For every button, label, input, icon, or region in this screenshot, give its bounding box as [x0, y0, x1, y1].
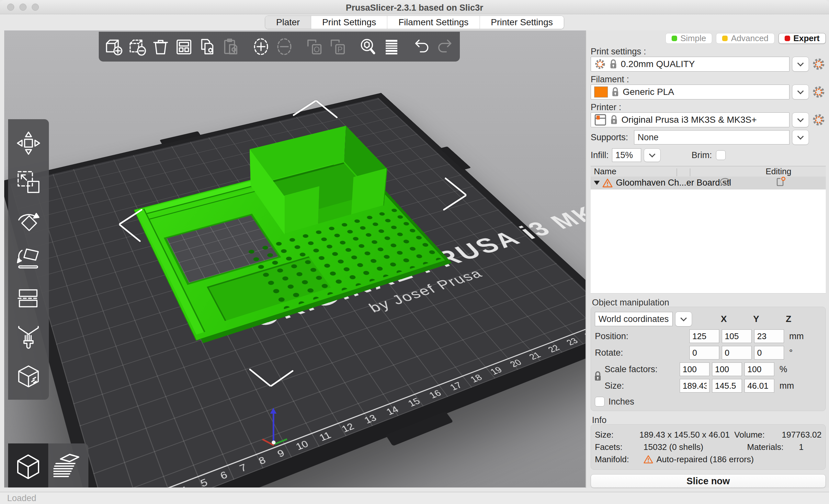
info-materials-value: 1 [799, 442, 822, 452]
printer-gear-button[interactable] [812, 112, 826, 127]
filament-color-swatch [594, 86, 608, 98]
tab-bar: Plater Print Settings Filament Settings … [0, 14, 829, 30]
printer-dropdown-button[interactable] [792, 112, 809, 127]
infill-dropdown-button[interactable] [644, 148, 661, 162]
supports-dropdown-button[interactable] [792, 130, 809, 145]
collapse-triangle-icon[interactable] [594, 181, 600, 185]
inches-checkbox[interactable] [595, 397, 605, 406]
brim-checkbox[interactable] [716, 150, 726, 160]
layers-view-icon [53, 451, 83, 480]
search-button[interactable] [358, 34, 378, 59]
filament-gear-button[interactable] [812, 84, 826, 100]
print-settings-dropdown-button[interactable] [792, 57, 809, 72]
size-y-input[interactable] [712, 379, 742, 393]
scale-button[interactable] [13, 167, 44, 197]
undo-button[interactable] [411, 34, 432, 59]
scene-3d: ORIGINAL PRUSA i3 MK3 by Josef Prusa 1 2… [4, 30, 585, 488]
mode-advanced-label: Advanced [731, 33, 768, 43]
tab-printer-settings[interactable]: Printer Settings [480, 16, 564, 29]
object-list[interactable]: Gloomhaven Ch...er Board.stl [591, 177, 826, 294]
gear-icon [594, 58, 606, 70]
mode-advanced-button[interactable]: Advanced [716, 33, 774, 44]
redo-button[interactable] [435, 34, 455, 59]
info-size-value: 189.43 x 145.50 x 46.01 [639, 430, 734, 440]
add-object-button[interactable] [103, 34, 124, 59]
rotate-button[interactable] [13, 205, 44, 236]
rotate-y-input[interactable] [722, 346, 752, 360]
simple-mode-dot-icon [672, 36, 677, 41]
cut-icon [15, 285, 42, 312]
coordinate-system-select[interactable]: World coordinates [595, 312, 673, 326]
rotate-x-input[interactable] [689, 346, 719, 360]
window-title: PrusaSlicer-2.3.1 based on Slic3r [0, 3, 829, 13]
add-instance-button[interactable] [251, 34, 272, 59]
lock-icon [611, 86, 619, 98]
cut-button[interactable] [13, 283, 44, 314]
infill-input[interactable]: 15% [612, 148, 641, 162]
move-button[interactable] [13, 128, 44, 159]
position-y-input[interactable] [722, 329, 752, 343]
place-on-face-button[interactable] [13, 244, 44, 275]
supports-select[interactable]: None [634, 130, 790, 144]
name-column-header: Name [594, 167, 616, 177]
slice-now-button[interactable]: Slice now [591, 474, 826, 488]
rotate-z-input[interactable] [754, 346, 784, 360]
size-z-input[interactable] [745, 379, 774, 393]
print-settings-combo[interactable]: 0.20mm QUALITY [591, 57, 790, 72]
preview-layers-button[interactable] [48, 443, 88, 488]
chevron-down-icon [797, 88, 804, 94]
print-settings-gear-button[interactable] [812, 57, 826, 72]
titlebar: PrusaSlicer-2.3.1 based on Slic3r [0, 0, 829, 14]
mode-simple-button[interactable]: Simple [665, 33, 712, 44]
filament-dropdown-button[interactable] [792, 84, 809, 100]
cube-view-icon [13, 451, 43, 480]
chevron-down-icon [680, 315, 687, 322]
paste-button[interactable] [220, 34, 241, 59]
infill-label: Infill: [591, 150, 609, 160]
remove-instance-button[interactable] [274, 34, 295, 59]
position-x-input[interactable] [689, 329, 719, 343]
filament-combo[interactable]: Generic PLA [591, 84, 790, 100]
eye-icon [720, 178, 730, 186]
add-instance-icon [251, 36, 272, 57]
model-object[interactable] [134, 155, 445, 340]
info-panel: Size: 189.43 x 145.50 x 46.01 Volume: 19… [591, 424, 826, 470]
tab-filament-settings[interactable]: Filament Settings [387, 16, 479, 29]
position-z-input[interactable] [754, 329, 784, 343]
slice-now-label: Slice now [686, 476, 730, 487]
remove-object-button[interactable] [127, 34, 147, 59]
tab-plater[interactable]: Plater [265, 16, 311, 29]
paint-on-supports-button[interactable] [13, 321, 44, 352]
mode-expert-button[interactable]: Expert [779, 33, 826, 44]
3d-editor-view-button[interactable] [8, 443, 48, 488]
viewport-3d[interactable]: ORIGINAL PRUSA i3 MK3 by Josef Prusa 1 2… [4, 30, 585, 488]
printer-combo[interactable]: Original Prusa i3 MK3S & MK3S+ [591, 112, 790, 127]
settings-panel: Simple Advanced Expert Print settings : … [586, 30, 829, 488]
tab-print-settings[interactable]: Print Settings [311, 16, 388, 29]
scale-y-input[interactable] [712, 362, 742, 376]
scale-z-input[interactable] [745, 362, 774, 376]
split-to-objects-button[interactable]: O [304, 34, 325, 59]
print-settings-value: 0.20mm QUALITY [621, 59, 695, 69]
edit-settings-icon [776, 177, 786, 187]
infill-value: 15% [616, 150, 633, 160]
info-facets-value: 15032 (0 shells) [643, 442, 747, 452]
split-to-parts-button[interactable]: P [327, 34, 348, 59]
variable-layer-height-button[interactable] [381, 34, 402, 59]
paste-icon [220, 36, 241, 57]
coordinate-system-dropdown-button[interactable] [675, 312, 692, 326]
arrange-button[interactable] [174, 34, 194, 59]
seam-painting-button[interactable] [13, 360, 44, 391]
size-x-input[interactable] [680, 379, 710, 393]
delete-all-button[interactable] [150, 34, 171, 59]
advanced-mode-dot-icon [722, 36, 728, 41]
svg-text:O: O [314, 45, 320, 54]
lock-icon [609, 59, 617, 70]
visibility-toggle[interactable] [720, 178, 730, 188]
scale-x-input[interactable] [680, 362, 710, 376]
z-axis-header: Z [773, 314, 803, 324]
object-row[interactable]: Gloomhaven Ch...er Board.stl [591, 177, 826, 189]
object-settings-button[interactable] [776, 177, 786, 189]
copy-button[interactable] [197, 34, 218, 59]
print-settings-label: Print settings : [591, 47, 826, 56]
